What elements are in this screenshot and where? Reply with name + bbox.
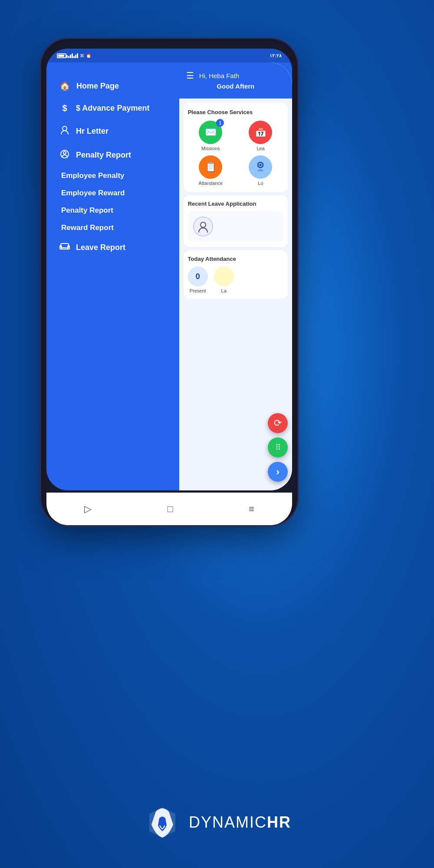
sidebar-item-hr-letter[interactable]: Hr Letter	[55, 119, 190, 143]
present-bubble: 0	[188, 266, 208, 286]
phone-shell: ⌘ ⏰ ١٢:٢٨ 🏠 Home Page $ $ Advance Paymen…	[41, 39, 297, 525]
svg-point-2	[63, 151, 66, 154]
sidebar-menu: 🏠 Home Page $ $ Advance Payment Hr Lette…	[46, 62, 199, 490]
present-value: 0	[196, 272, 200, 281]
sidebar-item-home[interactable]: 🏠 Home Page	[55, 75, 190, 97]
services-grid: ✉️ 1 Missions 📅 Lea 📋	[188, 121, 283, 186]
sidebar-item-hr-label: Hr Letter	[76, 127, 108, 136]
brand-dynamic: DYNAMIC	[189, 813, 267, 831]
status-time: ١٢:٢٨	[270, 53, 282, 59]
missions-label: Missions	[201, 146, 220, 151]
attendance-section-title: Today Attendance	[188, 256, 283, 262]
avatar	[193, 217, 213, 237]
bottom-nav-bar: ▷ □ ≡	[46, 493, 292, 525]
home-button[interactable]: □	[167, 503, 173, 515]
leave-card[interactable]	[188, 211, 283, 242]
missions-icon-circle: ✉️ 1	[199, 121, 222, 144]
attendance-present: 0 Present	[188, 266, 208, 293]
fab-share[interactable]: ⟳	[268, 413, 288, 433]
leave-label: Lea	[256, 146, 264, 151]
brand-hr: HR	[267, 813, 291, 831]
sidebar-sub-penalty-report[interactable]: Penalty Report	[55, 202, 190, 219]
sidebar-item-penalty-label: Penalty Report	[76, 151, 131, 160]
location-icon	[254, 160, 266, 174]
brand-section: DYNAMICHR	[0, 803, 434, 842]
svg-point-8	[201, 222, 206, 227]
sidebar-item-advance[interactable]: $ $ Advance Payment	[55, 97, 190, 119]
sidebar-item-advance-label: $ Advance Payment	[76, 104, 149, 113]
reward-report-label: Reward Report	[61, 224, 114, 232]
late-bubble	[214, 266, 234, 286]
leave-icon-circle: 📅	[249, 121, 272, 144]
sidebar-sub-leave-report[interactable]: Leave Report	[55, 237, 190, 259]
sidebar-item-penalty-report[interactable]: Penalty Report	[55, 143, 190, 167]
sidebar-sub-reward-report[interactable]: Reward Report	[55, 219, 190, 237]
attendance-row: 0 Present La	[188, 266, 283, 293]
hamburger-icon[interactable]: ☰	[186, 70, 194, 81]
services-title: Please Choose Services	[188, 109, 283, 115]
sofa-icon	[59, 243, 70, 253]
sidebar-item-home-label: Home Page	[76, 82, 119, 91]
service-missions[interactable]: ✉️ 1 Missions	[188, 121, 233, 151]
wifi-icon: ⌘	[80, 53, 84, 58]
leave-icon: 📅	[255, 127, 266, 138]
employee-penalty-label: Employee Penalty	[61, 171, 125, 180]
header-top: ☰ Hi, Heba Fath	[186, 70, 285, 81]
menu-button[interactable]: ≡	[249, 503, 254, 515]
logo-svg	[143, 803, 182, 842]
main-header: ☰ Hi, Heba Fath Good Aftern	[179, 62, 292, 99]
today-attendance-section: Today Attendance 0 Present La	[184, 250, 288, 299]
recent-leave-section: Recent Leave Application	[184, 195, 288, 247]
missions-icon: ✉️	[205, 127, 217, 138]
brand-logo: DYNAMICHR	[143, 803, 291, 842]
person-circle-icon	[59, 149, 70, 161]
service-attendance[interactable]: 📋 Attandance	[188, 155, 233, 186]
dollar-icon: $	[59, 103, 70, 113]
fab-area: ⟳ ⠿ ›	[268, 413, 288, 482]
alarm-icon: ⏰	[86, 53, 91, 58]
status-bar: ⌘ ⏰ ١٢:٢٨	[46, 49, 292, 62]
service-leave[interactable]: 📅 Lea	[238, 121, 283, 151]
brand-name: DYNAMICHR	[189, 813, 291, 832]
employee-reward-label: Employee Reward	[61, 189, 125, 197]
attendance-icon-circle: 📋	[199, 155, 222, 179]
battery-icon	[57, 53, 66, 58]
present-label: Present	[190, 288, 206, 293]
home-icon: 🏠	[59, 81, 70, 91]
attendance-icon: 📋	[205, 161, 217, 173]
phone-screen: ⌘ ⏰ ١٢:٢٨ 🏠 Home Page $ $ Advance Paymen…	[46, 49, 292, 490]
sidebar-sub-employee-reward[interactable]: Employee Reward	[55, 184, 190, 202]
sidebar-sub-employee-penalty[interactable]: Employee Penalty	[55, 167, 190, 184]
late-label: La	[221, 288, 227, 293]
main-panel: ☰ Hi, Heba Fath Good Aftern Please Choos…	[179, 62, 292, 490]
attendance-label: Attandance	[198, 181, 223, 186]
leave-report-label: Leave Report	[76, 243, 125, 252]
services-section: Please Choose Services ✉️ 1 Missions 📅	[184, 103, 288, 192]
header-greeting: Hi, Heba Fath	[199, 72, 240, 79]
back-button[interactable]: ▷	[84, 503, 92, 515]
svg-point-0	[62, 126, 67, 131]
location-icon-circle	[249, 155, 272, 179]
fab-arrow[interactable]: ›	[268, 462, 288, 482]
header-subgreeting: Good Aftern	[186, 82, 285, 90]
location-label: Lo	[258, 181, 263, 186]
recent-leave-title: Recent Leave Application	[188, 201, 283, 207]
attendance-late: La	[214, 266, 234, 293]
signal-bars	[68, 53, 78, 58]
svg-point-7	[260, 164, 262, 166]
status-left: ⌘ ⏰	[57, 53, 91, 58]
person-icon	[59, 125, 70, 137]
penalty-report-sub-label: Penalty Report	[61, 206, 113, 214]
missions-badge: 1	[216, 119, 224, 127]
service-location[interactable]: Lo	[238, 155, 283, 186]
fab-dots[interactable]: ⠿	[268, 437, 288, 457]
